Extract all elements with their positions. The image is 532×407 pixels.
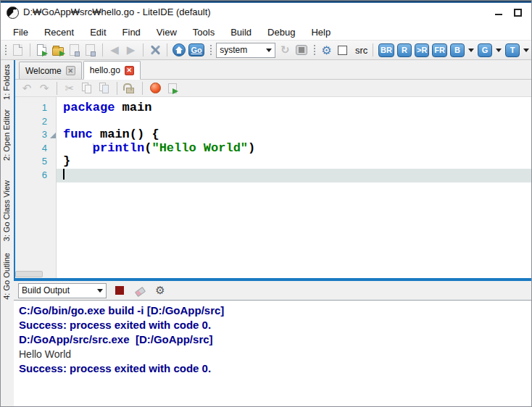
toolbar-grip[interactable] (4, 43, 7, 56)
build-badge-gtr-button[interactable]: >R (415, 42, 429, 58)
copy-icon (82, 83, 92, 93)
chevron-down-icon[interactable] (523, 49, 529, 52)
build-badge-fr-button[interactable]: FR (432, 42, 447, 58)
redo-icon: ↷ (40, 82, 49, 95)
indent-guide (93, 143, 93, 154)
tab-hello-go[interactable]: hello.go✕ (83, 61, 141, 80)
sidebar-item-go-class-view[interactable]: 3: Go Class View (2, 180, 11, 241)
gear-icon: ⚙ (321, 43, 331, 57)
cut-button[interactable]: ✂ (62, 81, 77, 96)
lock-toggle-button[interactable] (122, 81, 137, 96)
window-title: D:₩GoApp₩src₩hello.go - LiteIDE (default… (23, 7, 211, 17)
goto-line-button[interactable] (165, 81, 180, 96)
editor-tab-bar: Welcome✕hello.go✕ (15, 60, 532, 80)
src-checkbox[interactable] (336, 42, 349, 58)
menu-tools[interactable]: Tools (185, 25, 223, 39)
build-config-button[interactable] (148, 42, 161, 58)
open-folder-button[interactable] (51, 42, 65, 58)
unlocked-padlock-icon (126, 88, 134, 93)
sidebar-item-folders[interactable]: 1: Folders (2, 64, 11, 100)
redo-button[interactable]: ↷ (37, 81, 51, 96)
toolbar-grip[interactable] (312, 43, 315, 56)
maximize-button[interactable] (510, 5, 525, 20)
fold-expanded-icon[interactable] (50, 133, 56, 138)
navigate-back-button[interactable]: ◀ (108, 42, 121, 58)
code-line[interactable]: println("Hello World") (57, 142, 532, 156)
build-settings-button[interactable]: ⚙ (320, 42, 333, 58)
undo-button[interactable]: ↶ (20, 81, 34, 96)
minimize-button[interactable] (491, 5, 507, 20)
tab-label: Welcome (25, 66, 62, 76)
build-badge-g-button[interactable]: G (478, 42, 492, 58)
build-output-console[interactable]: C:/Go/bin/go.exe build -i [D:/GoApp/src]… (14, 300, 531, 406)
editor-dock: Welcome✕hello.go✕ ↶ ↷ ✂ 123456 package m… (14, 60, 532, 280)
sidebar-item-open-editor[interactable]: 2: Open Editor (2, 109, 11, 161)
godoc-button[interactable]: Go (188, 42, 204, 58)
record-macro-button[interactable] (148, 81, 162, 96)
code-area[interactable]: package mainfunc main() { println("Hello… (57, 97, 532, 278)
gear-icon: ⚙ (155, 284, 165, 297)
code-editor[interactable]: 123456 package mainfunc main() { println… (15, 97, 532, 278)
editor-hscrollbar[interactable] (15, 271, 43, 277)
tab-welcome[interactable]: Welcome✕ (19, 62, 82, 79)
toolbar-separator (143, 43, 144, 56)
clear-output-button[interactable] (133, 283, 147, 298)
build-badge-r-button[interactable]: R (397, 42, 412, 58)
close-icon[interactable]: ✕ (66, 66, 75, 75)
menu-debug[interactable]: Debug (259, 25, 303, 39)
minimize-icon (495, 14, 502, 15)
code-line[interactable]: package main (57, 101, 532, 115)
menu-file[interactable]: File (5, 25, 36, 39)
menu-build[interactable]: Build (223, 25, 259, 39)
code-token: main() { (93, 127, 159, 141)
chevron-down-icon[interactable] (496, 49, 502, 52)
code-line[interactable]: } (57, 155, 532, 169)
copy-button[interactable] (80, 81, 94, 96)
env-selector-value: system (220, 45, 247, 55)
build-badge-b-button[interactable]: B (450, 42, 465, 58)
build-badge-br-button[interactable]: BR (378, 42, 394, 58)
code-token: println (93, 141, 144, 155)
code-line[interactable]: func main() { (57, 128, 532, 142)
navigate-forward-button[interactable]: ▶ (124, 42, 137, 58)
save-file-icon (70, 44, 79, 56)
toolbar-separator (117, 82, 117, 95)
code-line[interactable] (57, 169, 532, 182)
badge-icon: >R (415, 43, 429, 57)
paste-button[interactable] (97, 81, 112, 96)
stop-process-button[interactable] (295, 42, 308, 58)
chevron-down-icon[interactable] (468, 49, 474, 52)
reload-icon: ↻ (280, 43, 290, 56)
output-line: Hello World (19, 347, 531, 361)
menu-edit[interactable]: Edit (82, 25, 114, 39)
liteide-logo-icon (7, 7, 19, 19)
close-icon[interactable]: ✕ (125, 66, 134, 75)
reload-env-button[interactable]: ↻ (278, 42, 291, 58)
toolbar-grip[interactable] (209, 43, 212, 56)
chevron-down-icon (97, 289, 103, 293)
home-icon (173, 43, 186, 56)
output-selector-combobox[interactable]: Build Output (18, 283, 107, 298)
open-file-icon (37, 44, 46, 56)
menu-find[interactable]: Find (115, 25, 149, 39)
new-file-button[interactable] (11, 42, 24, 58)
go-icon: Go (188, 43, 204, 56)
home-button[interactable] (173, 42, 186, 58)
stop-output-button[interactable] (112, 283, 127, 298)
code-token: main (115, 101, 151, 114)
save-all-button[interactable] (84, 42, 97, 58)
save-file-button[interactable] (67, 42, 80, 58)
output-settings-button[interactable]: ⚙ (153, 283, 167, 298)
menu-view[interactable]: View (149, 25, 185, 39)
output-line: Success: process exited with code 0. (19, 318, 531, 332)
code-line[interactable] (57, 115, 532, 129)
open-file-button[interactable] (35, 42, 48, 58)
env-selector-combobox[interactable]: system (216, 43, 275, 58)
code-token: func (63, 127, 93, 141)
menu-help[interactable]: Help (303, 25, 338, 39)
menu-recent[interactable]: Recent (36, 25, 82, 39)
liteide-window: D:₩GoApp₩src₩hello.go - LiteIDE (default… (0, 0, 532, 407)
back-arrow-icon: ◀ (110, 43, 119, 56)
sidebar-item-go-outline[interactable]: 4: Go Outline (2, 253, 11, 300)
build-badge-t-button[interactable]: T (505, 42, 520, 58)
